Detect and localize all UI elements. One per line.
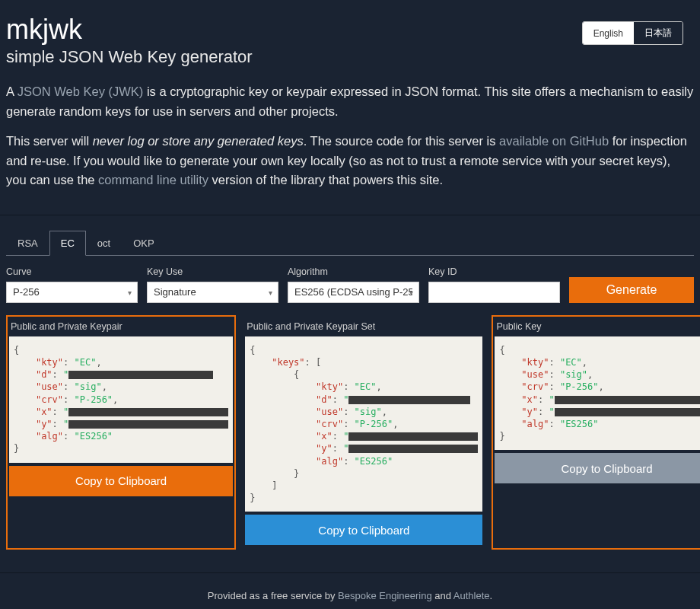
keyid-input[interactable]	[428, 282, 560, 303]
intro-text: A JSON Web Key (JWK) is a cryptographic …	[0, 82, 700, 215]
curve-select[interactable]: P-256	[6, 282, 138, 303]
jwk-link[interactable]: JSON Web Key (JWK)	[18, 84, 144, 98]
lang-japanese-button[interactable]: 日本語	[634, 22, 682, 44]
app-subtitle: simple JSON Web Key generator	[6, 47, 253, 67]
keyuse-select[interactable]: Signature	[147, 282, 278, 303]
keyuse-label: Key Use	[147, 266, 278, 277]
algorithm-select[interactable]: ES256 (ECDSA using P-256 and SHA-256)	[288, 282, 419, 303]
language-switcher: English 日本語	[582, 21, 683, 45]
app-title: mkjwk	[6, 14, 253, 46]
keypair-code[interactable]: { "kty": "EC", "d": " "use": "sig", "crv…	[9, 336, 233, 463]
panel-title: Public and Private Keypair	[9, 318, 233, 336]
tab-oct[interactable]: oct	[86, 231, 122, 256]
bespoke-link[interactable]: Bespoke Engineering	[338, 590, 432, 601]
panel-title: Public Key	[495, 318, 700, 336]
curve-label: Curve	[6, 266, 138, 277]
keypair-set-panel: Public and Private Keypair Set { "keys":…	[242, 315, 485, 550]
public-key-code[interactable]: { "kty": "EC", "use": "sig", "crv": "P-2…	[495, 336, 700, 451]
keyid-label: Key ID	[428, 266, 560, 277]
key-type-tabs: RSA EC oct OKP	[6, 231, 694, 256]
authlete-link[interactable]: Authlete	[453, 590, 490, 601]
footer: Provided as a free service by Bespoke En…	[0, 572, 700, 609]
lang-english-button[interactable]: English	[583, 22, 634, 44]
copy-keypair-button[interactable]: Copy to Clipboard	[9, 466, 233, 496]
github-link[interactable]: available on GitHub	[499, 134, 609, 148]
tab-rsa[interactable]: RSA	[6, 231, 49, 256]
copy-public-key-button[interactable]: Copy to Clipboard	[495, 453, 700, 483]
copy-keypair-set-button[interactable]: Copy to Clipboard	[245, 515, 482, 545]
keypair-panel: Public and Private Keypair { "kty": "EC"…	[6, 315, 236, 550]
tab-okp[interactable]: OKP	[122, 231, 165, 256]
generate-button[interactable]: Generate	[569, 277, 694, 303]
algorithm-label: Algorithm	[288, 266, 419, 277]
panel-title: Public and Private Keypair Set	[245, 318, 482, 336]
keypair-set-code[interactable]: { "keys": [ { "kty": "EC", "d": " "use":…	[245, 336, 482, 512]
tab-ec[interactable]: EC	[49, 231, 86, 256]
cli-link[interactable]: command line utility	[98, 173, 208, 187]
public-key-panel: Public Key { "kty": "EC", "use": "sig", …	[492, 315, 700, 550]
